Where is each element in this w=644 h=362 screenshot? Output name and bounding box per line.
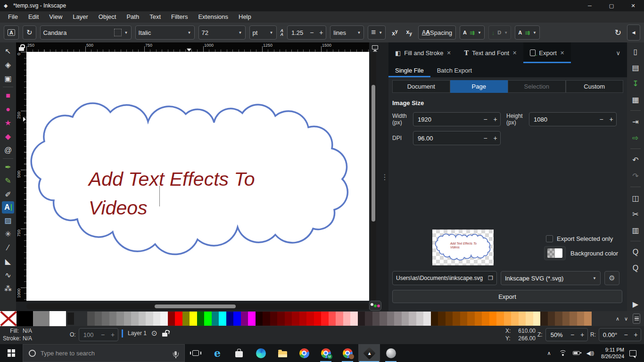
tab-batch-export[interactable]: Batch Export xyxy=(430,63,479,77)
clock[interactable]: 9:11 PM 8/26/2024 xyxy=(597,344,626,362)
decrease-icon[interactable]: − xyxy=(568,331,578,338)
palette-swatch[interactable] xyxy=(314,312,322,326)
collapse-toolbar-button[interactable]: ◀ xyxy=(627,25,640,41)
palette-swatch[interactable] xyxy=(270,312,278,326)
writing-mode-select[interactable]: A ⇉ ▼ xyxy=(460,25,485,40)
export-button[interactable]: Export xyxy=(392,290,622,303)
box-3d-tool[interactable]: ◆ xyxy=(1,130,15,143)
palette-swatch[interactable] xyxy=(299,312,307,326)
background-color-button[interactable] xyxy=(544,246,566,260)
line-height-spinner[interactable]: 1.25 − + xyxy=(287,25,326,40)
menu-item[interactable]: File xyxy=(3,11,23,23)
export-filename-field[interactable]: Users\as\Documents\inkscape.svg ❒ xyxy=(392,271,497,285)
menu-item[interactable]: Edit xyxy=(23,11,44,23)
palette-swatch[interactable] xyxy=(336,312,343,326)
horizontal-scrollbar-thumb[interactable] xyxy=(155,304,236,308)
fill-stroke-indicator[interactable]: Fill: N/A Stroke: N/A xyxy=(3,328,46,342)
decrease-icon[interactable]: − xyxy=(98,331,108,338)
width-value[interactable]: 1920 xyxy=(413,116,480,123)
decrease-icon[interactable]: − xyxy=(480,115,490,123)
taskbar-search[interactable]: Type here to search xyxy=(23,344,185,362)
tab-text-and-font[interactable]: T Text and Font ✕ xyxy=(458,42,524,63)
tab-single-file[interactable]: Single File xyxy=(388,63,430,77)
menu-item[interactable]: Extensions xyxy=(193,11,233,23)
menu-item[interactable]: Path xyxy=(121,11,144,23)
swatch-none[interactable] xyxy=(0,311,17,326)
palette-swatch[interactable] xyxy=(380,312,387,326)
print-button[interactable]: ▦ xyxy=(628,92,643,107)
palette-swatch[interactable] xyxy=(109,312,117,326)
swatch-gray[interactable] xyxy=(33,311,50,326)
subscript-button[interactable]: xy xyxy=(404,29,414,36)
palette-swatch[interactable] xyxy=(409,312,416,326)
spiral-tool[interactable]: @ xyxy=(1,143,15,157)
palette-swatch[interactable] xyxy=(102,312,109,326)
taskbar-file-explorer[interactable] xyxy=(272,344,293,362)
taskbar-chrome-profile-2[interactable] xyxy=(337,344,358,362)
layer-name[interactable]: Layer 1 xyxy=(128,330,147,337)
taskbar-edge[interactable] xyxy=(250,344,272,362)
palette-menu-button[interactable] xyxy=(633,313,640,324)
duplicate-button[interactable]: ◫ xyxy=(628,191,643,205)
palette-swatch[interactable] xyxy=(190,312,197,326)
spray-tool[interactable]: ⁂ xyxy=(1,282,15,296)
font-size-select[interactable]: 72 ▼ xyxy=(198,25,246,40)
palette-swatch[interactable] xyxy=(95,312,102,326)
tab-fill-and-stroke[interactable]: ◧ Fill and Stroke ✕ xyxy=(388,42,458,63)
mesh-gradient-tool[interactable]: ✳ xyxy=(1,227,15,241)
gradient-tool[interactable]: ▨ xyxy=(1,214,15,227)
palette-swatch[interactable] xyxy=(533,312,541,326)
increase-icon[interactable]: + xyxy=(490,115,500,123)
export-settings-button[interactable]: ⚙ xyxy=(604,271,619,285)
zoom-drawing-button[interactable]: Q xyxy=(628,261,643,275)
rotation-field[interactable]: 0.00° − + xyxy=(599,328,641,341)
palette-swatch[interactable] xyxy=(496,312,504,326)
layer-lock-icon[interactable] xyxy=(162,333,167,337)
close-tab-icon[interactable]: ✕ xyxy=(560,50,564,56)
palette-swatch[interactable] xyxy=(292,312,299,326)
font-style-select[interactable]: Italic ▼ xyxy=(135,25,195,40)
spacing-button[interactable]: AA Spacing xyxy=(418,25,456,40)
tab-export[interactable]: Export ✕ xyxy=(523,42,571,63)
area-document-button[interactable]: Document xyxy=(392,80,450,93)
palette-swatch[interactable] xyxy=(548,312,555,326)
pencil-tool[interactable]: ✎ xyxy=(1,174,15,188)
palette-swatch[interactable] xyxy=(241,312,248,326)
new-document-button[interactable]: ▯ xyxy=(628,44,643,58)
menu-item[interactable]: Layer xyxy=(67,11,93,23)
vertical-scrollbar[interactable] xyxy=(371,52,376,301)
palette-swatch[interactable] xyxy=(570,312,577,326)
dock-splitter-handle[interactable]: ⋮ xyxy=(381,42,388,311)
menu-item[interactable]: Text xyxy=(144,11,166,23)
palette-swatch[interactable] xyxy=(577,312,585,326)
palette-swatch[interactable] xyxy=(182,312,190,326)
taskbar-inkscape[interactable]: ▲ xyxy=(358,344,380,362)
palette-swatch[interactable] xyxy=(387,312,395,326)
increase-icon[interactable]: + xyxy=(631,331,641,338)
palette-swatch[interactable] xyxy=(248,312,256,326)
vertical-scrollbar-thumb[interactable] xyxy=(372,85,375,222)
export-filename-value[interactable]: Users\as\Documents\inkscape.svg xyxy=(396,275,485,281)
close-tab-icon[interactable]: ✕ xyxy=(446,50,451,56)
taskbar-chrome-profile-1[interactable]: M xyxy=(315,344,337,362)
palette-swatch[interactable] xyxy=(87,312,95,326)
task-view-button[interactable] xyxy=(185,344,206,362)
height-value[interactable]: 1080 xyxy=(529,116,596,123)
palette-swatch[interactable] xyxy=(329,312,336,326)
rotation-value[interactable]: 0.00° xyxy=(599,331,621,338)
font-family-select[interactable]: Candara ▼ xyxy=(40,25,132,40)
palette-scroll-up-icon[interactable]: ∧ xyxy=(616,316,619,322)
increase-icon[interactable]: + xyxy=(606,115,616,123)
snap-controls-icon[interactable]: ↻ xyxy=(615,28,621,38)
color-managed-view-button[interactable] xyxy=(369,301,381,311)
palette-swatch[interactable] xyxy=(204,312,212,326)
increase-icon[interactable]: + xyxy=(108,331,118,338)
text-direction-select[interactable]: A ⇉ ▼ xyxy=(515,25,540,40)
export-selected-checkbox[interactable] xyxy=(546,235,553,242)
palette-swatch[interactable] xyxy=(263,312,270,326)
palette-scroll-down-icon[interactable]: ∨ xyxy=(624,316,628,322)
canvas[interactable]: Add Text Effects To Videos xyxy=(26,52,369,301)
palette-swatch[interactable] xyxy=(431,312,438,326)
export-dialog-button[interactable]: ⇨ xyxy=(628,131,643,145)
area-custom-button[interactable]: Custom xyxy=(566,80,624,93)
